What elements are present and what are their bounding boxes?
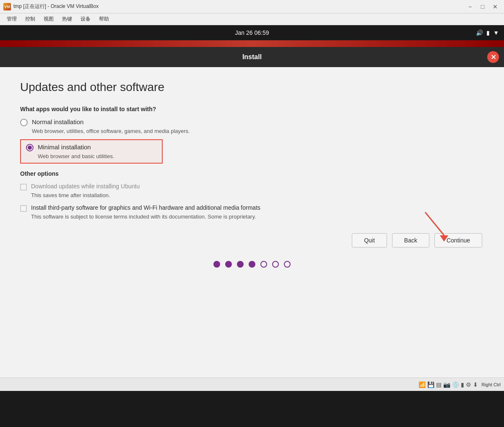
installer-window: Install ✕ (0, 47, 504, 67)
minimal-install-label: Minimal installation (38, 143, 91, 151)
maximize-button[interactable]: □ (477, 2, 488, 11)
normal-installation-option[interactable]: Normal installation (20, 118, 484, 126)
third-party-label: Install third-party software for graphic… (31, 204, 260, 211)
installer-content: Updates and other software What apps wou… (0, 67, 504, 378)
third-party-checkbox[interactable] (20, 205, 27, 212)
normal-install-desc: Web browser, utilities, office software,… (32, 128, 484, 134)
svg-marker-1 (440, 235, 448, 242)
progress-dot-2 (225, 261, 232, 268)
third-party-desc: This software is subject to license term… (31, 214, 484, 220)
volume-icon: 🔊 (476, 29, 483, 36)
titlebar: VM tmp [正在运行] - Oracle VM VirtualBox − □… (0, 0, 504, 13)
display-icon: ▤ (436, 381, 442, 388)
network-icon: 📶 (418, 381, 426, 388)
vm-icon: ▮ (461, 381, 464, 388)
statusbar-right-icons: 🔊 ▮ ▼ (476, 29, 499, 36)
normal-install-label: Normal installation (32, 118, 83, 125)
installer-close-button[interactable]: ✕ (487, 51, 499, 63)
svg-line-0 (425, 212, 444, 235)
red-arrow-annotation (417, 208, 450, 242)
menu-devices[interactable]: 设备 (77, 15, 94, 23)
progress-dot-4 (249, 261, 255, 268)
third-party-option[interactable]: Install third-party software for graphic… (20, 204, 484, 212)
menubar: 管理 控制 视图 热键 设备 帮助 (0, 13, 504, 25)
settings-icon: ⚙ (466, 381, 471, 388)
window-title: tmp [正在运行] - Oracle VM VirtualBox (13, 3, 465, 10)
normal-install-radio[interactable] (20, 119, 28, 126)
progress-dot-6 (272, 261, 279, 268)
download-updates-desc: This saves time after installation. (31, 192, 484, 198)
menu-view[interactable]: 视图 (40, 15, 57, 23)
buttons-row: Quit Back Continue (20, 233, 484, 247)
progress-dots (20, 261, 484, 274)
progress-dot-3 (237, 261, 244, 268)
installer-header: Install ✕ (0, 47, 504, 67)
download-icon: ⬇ (473, 381, 478, 388)
other-options-title: Other options (20, 170, 484, 177)
share-icon: 📷 (443, 381, 450, 388)
menu-hotkeys[interactable]: 热键 (59, 15, 75, 23)
page-title: Updates and other software (20, 81, 484, 94)
installer-title: Install (242, 53, 262, 61)
menu-manage[interactable]: 管理 (3, 15, 20, 23)
battery-icon: ▮ (486, 29, 490, 36)
minimal-installation-highlight-box: Minimal installation Web browser and bas… (20, 139, 163, 164)
right-ctrl-label: Right Ctrl (481, 382, 501, 387)
vbox-bottom-bar: 📶 💾 ▤ 📷 💿 ▮ ⚙ ⬇ Right Ctrl (0, 378, 504, 391)
clock: Jan 26 06:59 (235, 29, 269, 36)
minimize-button[interactable]: − (465, 2, 475, 11)
menu-control[interactable]: 控制 (22, 15, 39, 23)
minimal-install-radio[interactable] (26, 144, 34, 151)
progress-dot-1 (213, 261, 220, 268)
storage-icon: 💿 (452, 381, 459, 388)
red-stripe-decoration (0, 40, 504, 47)
download-updates-label: Download updates while installing Ubuntu (31, 183, 140, 190)
window-controls: − □ ✕ (465, 2, 501, 11)
top-statusbar: Jan 26 06:59 🔊 ▮ ▼ (0, 25, 504, 40)
quit-button[interactable]: Quit (352, 233, 387, 247)
close-button[interactable]: ✕ (490, 2, 501, 11)
progress-dot-7 (284, 261, 291, 268)
arrow-down-icon: ▼ (493, 29, 499, 36)
download-updates-option[interactable]: Download updates while installing Ubuntu (20, 183, 484, 190)
progress-dot-5 (260, 261, 267, 268)
installation-question: What apps would you like to install to s… (20, 106, 484, 112)
minimal-install-desc: Web browser and basic utilities. (38, 153, 157, 159)
vbox-app-icon: VM (3, 3, 11, 10)
download-updates-checkbox[interactable] (20, 184, 27, 190)
menu-help[interactable]: 帮助 (96, 15, 112, 23)
minimal-installation-option[interactable]: Minimal installation (26, 143, 157, 151)
usb-icon: 💾 (427, 381, 434, 388)
